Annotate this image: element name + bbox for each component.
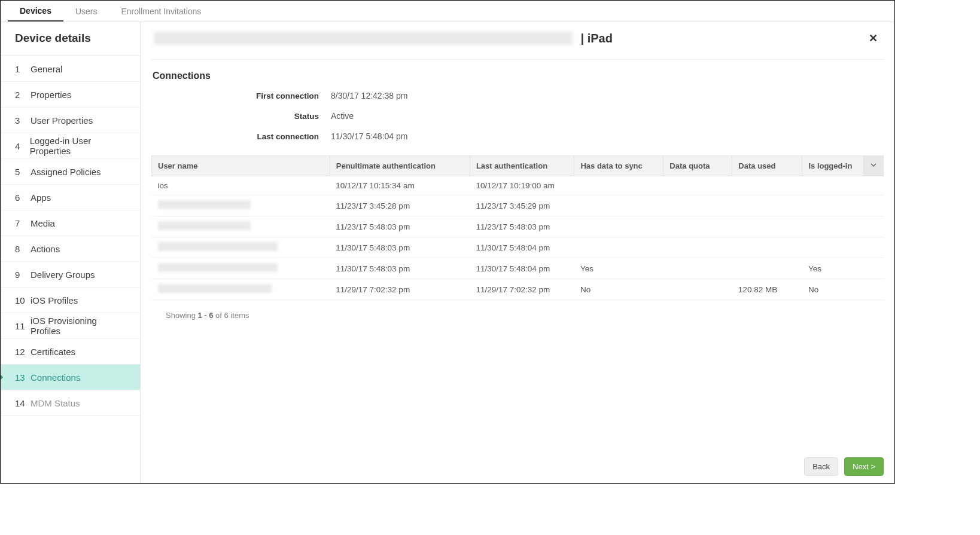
column-header[interactable]: User name (152, 156, 330, 176)
sidebar-item-logged-in-user-properties[interactable]: 4Logged-in User Properties (1, 133, 140, 159)
sidebar-title: Device details (1, 22, 140, 56)
table-cell: 11/23/17 5:48:03 pm (330, 216, 470, 237)
kv-value: 8/30/17 12:42:38 pm (331, 91, 407, 100)
sidebar-item-certificates[interactable]: 12Certificates (1, 339, 140, 365)
kv-value: 11/30/17 5:48:04 pm (331, 132, 407, 141)
kv-label: First connection (151, 91, 331, 100)
kv-row: Last connection11/30/17 5:48:04 pm (151, 132, 884, 141)
table-cell (864, 216, 884, 237)
sidebar-item-number: 12 (15, 347, 31, 357)
sidebar-item-number: 11 (15, 321, 31, 331)
sidebar-item-number: 1 (15, 64, 31, 74)
table-row[interactable]: 11/23/17 3:45:28 pm11/23/17 3:45:29 pm (152, 195, 884, 216)
sidebar-item-properties[interactable]: 2Properties (1, 82, 140, 108)
table-cell (864, 279, 884, 300)
table-cell (574, 216, 664, 237)
table-cell (152, 195, 330, 216)
redacted-username (158, 221, 251, 230)
next-button[interactable]: Next > (844, 457, 884, 476)
device-header: | iPad ✕ (151, 22, 884, 60)
column-header[interactable]: Data used (732, 156, 802, 176)
sidebar-item-delivery-groups[interactable]: 9Delivery Groups (1, 262, 140, 288)
sidebar-item-label: Delivery Groups (31, 270, 95, 280)
table-row[interactable]: ios10/12/17 10:15:34 am10/12/17 10:19:00… (152, 176, 884, 195)
table-cell (732, 195, 802, 216)
kv-label: Status (151, 112, 331, 121)
table-cell (802, 195, 864, 216)
table-cell: 10/12/17 10:15:34 am (330, 176, 470, 195)
table-cell: 11/30/17 5:48:03 pm (330, 237, 470, 258)
sidebar-item-general[interactable]: 1General (1, 56, 140, 82)
sidebar-item-number: 9 (15, 270, 31, 280)
kv-row: First connection8/30/17 12:42:38 pm (151, 91, 884, 100)
chevron-down-icon (870, 161, 877, 169)
table-cell: 11/29/17 7:02:32 pm (470, 279, 574, 300)
sidebar-item-number: 13 (15, 372, 31, 383)
sidebar-item-label: Actions (31, 244, 60, 254)
table-cell: ios (152, 176, 330, 195)
table-row[interactable]: 11/29/17 7:02:32 pm11/29/17 7:02:32 pmNo… (152, 279, 884, 300)
sidebar-item-apps[interactable]: 6Apps (1, 185, 140, 210)
top-tabs: DevicesUsersEnrollment Invitations (1, 1, 894, 22)
table-cell (864, 258, 884, 279)
sidebar-item-label: Assigned Policies (31, 167, 101, 177)
sidebar-item-label: Properties (31, 90, 71, 100)
device-model-label: | iPad (577, 32, 613, 45)
back-button[interactable]: Back (804, 457, 838, 476)
table-cell (664, 258, 732, 279)
table-cell (864, 237, 884, 258)
table-row[interactable]: 11/23/17 5:48:03 pm11/23/17 5:48:03 pm (152, 216, 884, 237)
column-header[interactable]: Last authentication (470, 156, 574, 176)
section-title-connections: Connections (153, 71, 884, 81)
table-cell (664, 176, 732, 195)
table-cell: Yes (574, 258, 664, 279)
redacted-username (158, 200, 251, 209)
table-row[interactable]: 11/30/17 5:48:03 pm11/30/17 5:48:04 pmYe… (152, 258, 884, 279)
table-cell (664, 216, 732, 237)
table-cell: No (574, 279, 664, 300)
table-cell: 11/30/17 5:48:03 pm (330, 258, 470, 279)
sidebar-item-number: 7 (15, 218, 31, 228)
pager-text: Showing 1 - 6 of 6 items (151, 300, 884, 320)
column-settings-dropdown[interactable] (864, 156, 884, 176)
sidebar-item-ios-provisioning-profiles[interactable]: 11iOS Provisioning Profiles (1, 313, 140, 339)
sidebar-item-label: Media (31, 218, 55, 228)
sidebar-item-label: Certificates (31, 347, 75, 357)
close-icon[interactable]: ✕ (865, 29, 881, 47)
kv-label: Last connection (151, 132, 331, 141)
column-header[interactable]: Is logged-in (802, 156, 864, 176)
table-cell: 11/23/17 5:48:03 pm (470, 216, 574, 237)
table-row[interactable]: 11/30/17 5:48:03 pm11/30/17 5:48:04 pm (152, 237, 884, 258)
table-cell (732, 176, 802, 195)
top-tab-users[interactable]: Users (63, 2, 109, 21)
column-header[interactable]: Data quota (664, 156, 732, 176)
sidebar-item-actions[interactable]: 8Actions (1, 236, 140, 262)
table-cell (152, 279, 330, 300)
kv-value: Active (331, 111, 354, 121)
column-header[interactable]: Penultimate authentication (330, 156, 470, 176)
table-cell (802, 216, 864, 237)
table-cell (664, 195, 732, 216)
sidebar-item-connections[interactable]: 13Connections (1, 365, 140, 390)
table-cell (664, 237, 732, 258)
sidebar-item-number: 8 (15, 244, 31, 254)
table-cell (864, 176, 884, 195)
table-cell: 11/23/17 3:45:29 pm (470, 195, 574, 216)
sidebar-item-label: General (31, 64, 62, 74)
table-cell: 120.82 MB (732, 279, 802, 300)
sidebar-item-media[interactable]: 7Media (1, 210, 140, 236)
sidebar-item-user-properties[interactable]: 3User Properties (1, 108, 140, 133)
footer-buttons: Back Next > (804, 457, 884, 476)
table-cell: 11/29/17 7:02:32 pm (330, 279, 470, 300)
table-cell (664, 279, 732, 300)
kv-row: StatusActive (151, 111, 884, 121)
sidebar-item-mdm-status[interactable]: 14MDM Status (1, 390, 140, 416)
column-header[interactable]: Has data to sync (574, 156, 664, 176)
top-tab-enrollment-invitations[interactable]: Enrollment Invitations (109, 2, 214, 21)
sidebar-item-ios-profiles[interactable]: 10iOS Profiles (1, 288, 140, 313)
top-tab-devices[interactable]: Devices (8, 1, 63, 22)
sidebar-item-assigned-policies[interactable]: 5Assigned Policies (1, 159, 140, 185)
sidebar-item-number: 3 (15, 115, 31, 126)
sidebar-item-number: 2 (15, 90, 31, 100)
sidebar-item-label: iOS Profiles (31, 295, 78, 305)
